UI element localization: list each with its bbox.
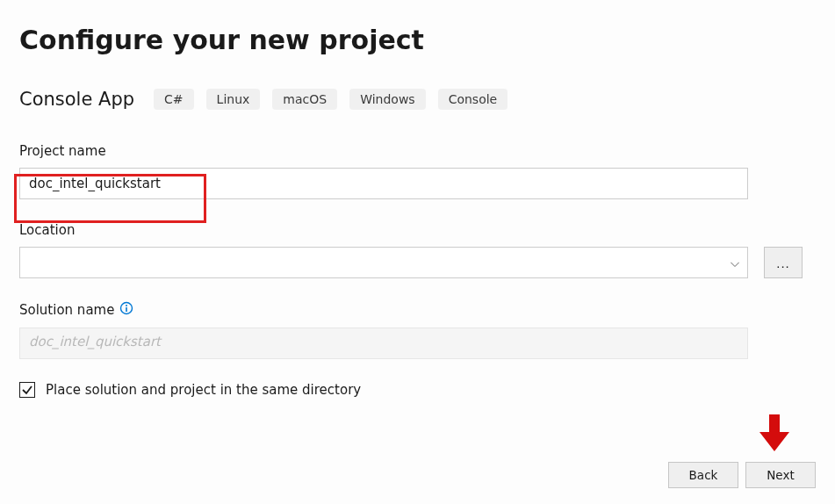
- tag-console: Console: [438, 89, 508, 110]
- solution-name-group: Solution name doc_intel_quickstart: [19, 301, 816, 359]
- tag-macos: macOS: [272, 89, 337, 110]
- same-directory-label: Place solution and project in the same d…: [46, 382, 361, 398]
- solution-name-input: doc_intel_quickstart: [19, 328, 748, 359]
- annotation-arrow-icon: [759, 414, 789, 455]
- location-combo[interactable]: [19, 247, 748, 278]
- project-name-input[interactable]: [19, 168, 748, 199]
- back-button[interactable]: Back: [668, 462, 738, 488]
- tag-csharp: C#: [154, 89, 194, 110]
- location-input[interactable]: [19, 247, 748, 278]
- same-directory-row: Place solution and project in the same d…: [19, 382, 816, 398]
- same-directory-checkbox[interactable]: [19, 382, 35, 398]
- solution-name-label: Solution name: [19, 302, 114, 318]
- svg-rect-2: [126, 307, 128, 312]
- template-name: Console App: [19, 89, 134, 110]
- template-row: Console App C# Linux macOS Windows Conso…: [19, 89, 816, 110]
- project-name-label: Project name: [19, 143, 816, 159]
- location-group: Location ...: [19, 222, 816, 278]
- page-title: Configure your new project: [19, 25, 816, 55]
- project-name-group: Project name: [19, 143, 816, 199]
- solution-name-label-row: Solution name: [19, 301, 816, 319]
- check-icon: [21, 384, 33, 396]
- footer-buttons: Back Next: [668, 462, 816, 488]
- tag-linux: Linux: [206, 89, 261, 110]
- next-button[interactable]: Next: [745, 462, 816, 488]
- info-icon[interactable]: [119, 301, 133, 319]
- browse-button[interactable]: ...: [764, 247, 803, 278]
- svg-point-1: [126, 305, 127, 306]
- location-label: Location: [19, 222, 816, 238]
- tag-windows: Windows: [349, 89, 426, 110]
